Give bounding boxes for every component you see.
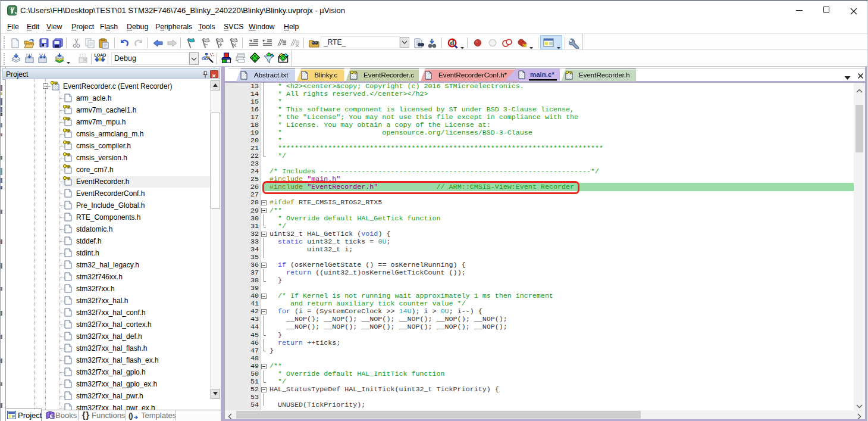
svg-text:s: s: [15, 11, 17, 15]
svg-text:?: ?: [51, 414, 54, 419]
